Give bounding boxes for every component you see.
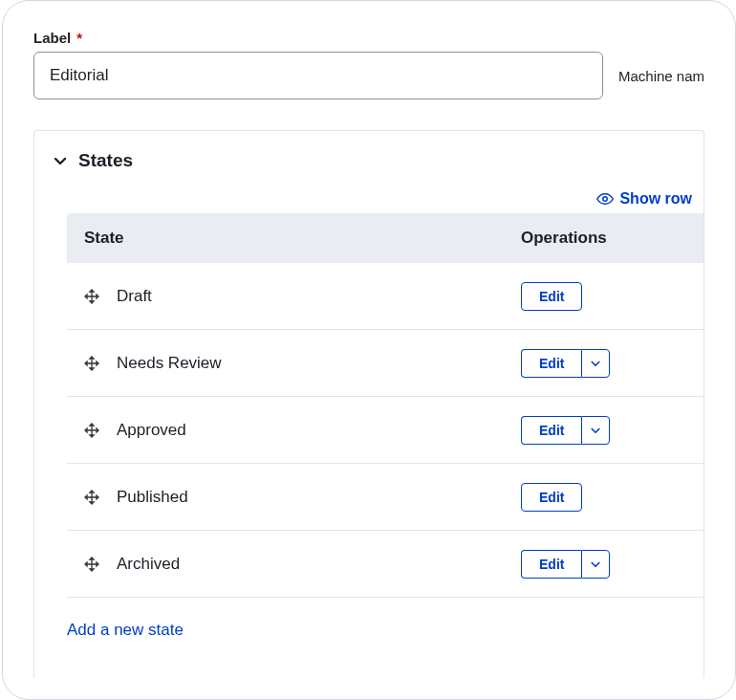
drag-handle-icon[interactable]: [84, 490, 99, 505]
label-input[interactable]: [33, 52, 603, 99]
drag-handle-icon[interactable]: [84, 289, 99, 304]
state-name: Published: [117, 488, 188, 507]
cell-operations: Edit: [521, 550, 704, 579]
cell-operations: Edit: [521, 416, 704, 445]
edit-dropdown-toggle[interactable]: [581, 416, 610, 445]
edit-button[interactable]: Edit: [521, 416, 581, 445]
states-header[interactable]: States: [34, 150, 704, 171]
edit-button-group: Edit: [521, 416, 610, 445]
required-marker: *: [76, 30, 82, 46]
states-title: States: [78, 150, 133, 171]
state-name: Draft: [117, 287, 152, 306]
edit-button[interactable]: Edit: [521, 483, 582, 512]
cell-state: Approved: [67, 421, 521, 440]
edit-dropdown-toggle[interactable]: [581, 550, 610, 579]
table-header: State Operations: [67, 213, 704, 263]
cell-state: Published: [67, 488, 521, 507]
drag-handle-icon[interactable]: [84, 356, 99, 371]
cell-state: Archived: [67, 555, 521, 574]
table-row: PublishedEdit: [67, 464, 704, 531]
cell-operations: Edit: [521, 282, 704, 311]
edit-button[interactable]: Edit: [521, 282, 582, 311]
edit-button-group: Edit: [521, 483, 582, 512]
cell-state: Draft: [67, 287, 521, 306]
cell-operations: Edit: [521, 349, 704, 378]
drag-handle-icon[interactable]: [84, 423, 99, 438]
table-row: Needs ReviewEdit: [67, 330, 704, 397]
cell-state: Needs Review: [67, 354, 521, 373]
table-body: DraftEdit Needs ReviewEdit ApprovedEdit …: [67, 263, 704, 598]
label-title: Label: [33, 30, 71, 46]
table-row: ArchivedEdit: [67, 531, 704, 598]
add-state-link[interactable]: Add a new state: [67, 621, 704, 640]
col-state: State: [67, 229, 521, 248]
edit-button[interactable]: Edit: [521, 349, 581, 378]
machine-name-text: Machine nam: [618, 68, 704, 84]
edit-button-group: Edit: [521, 550, 610, 579]
states-section: States Show row State Operations DraftEd…: [33, 130, 704, 678]
state-name: Archived: [117, 555, 180, 574]
table-row: ApprovedEdit: [67, 397, 704, 464]
eye-icon: [596, 190, 614, 208]
label-row: Machine nam: [33, 52, 704, 99]
edit-button[interactable]: Edit: [521, 550, 581, 579]
label-field-label: Label *: [33, 30, 704, 46]
drag-handle-icon[interactable]: [84, 557, 99, 572]
states-table: State Operations DraftEdit Needs ReviewE…: [67, 213, 704, 598]
svg-point-0: [603, 197, 608, 202]
table-row: DraftEdit: [67, 263, 704, 330]
cell-operations: Edit: [521, 483, 704, 512]
chevron-down-icon: [52, 152, 69, 169]
show-row-link[interactable]: Show row: [619, 190, 692, 208]
edit-button-group: Edit: [521, 349, 610, 378]
config-panel: Label * Machine nam States Show ro: [2, 0, 736, 700]
edit-button-group: Edit: [521, 282, 582, 311]
show-row-bar: Show row: [34, 177, 704, 213]
state-name: Approved: [117, 421, 186, 440]
edit-dropdown-toggle[interactable]: [581, 349, 610, 378]
col-operations: Operations: [521, 229, 704, 248]
label-field-block: Label * Machine nam: [3, 30, 735, 99]
state-name: Needs Review: [117, 354, 222, 373]
